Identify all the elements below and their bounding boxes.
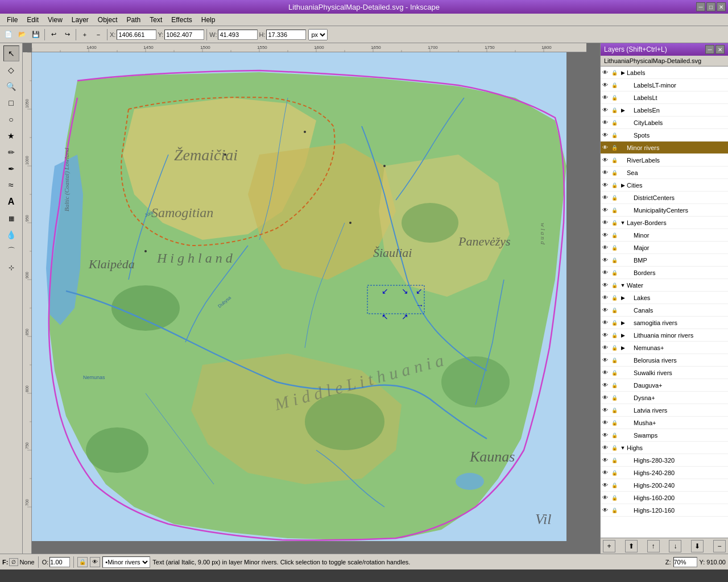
layer-eye-icon[interactable]: 👁 xyxy=(601,418,610,427)
star-tool[interactable]: ★ xyxy=(3,128,19,144)
layer-eye-icon[interactable]: 👁 xyxy=(601,468,610,477)
layer-lock-icon[interactable]: 🔒 xyxy=(610,381,619,390)
layer-expand-icon[interactable] xyxy=(619,94,627,102)
layer-row[interactable]: 👁🔒▶Lithuania minor rivers xyxy=(601,329,728,342)
layer-eye-icon[interactable]: 👁 xyxy=(601,218,610,227)
layer-expand-icon[interactable] xyxy=(619,431,627,439)
layer-eye-icon[interactable]: 👁 xyxy=(601,168,610,177)
layer-expand-icon[interactable]: ▶ xyxy=(619,344,627,352)
layer-expand-icon[interactable] xyxy=(619,81,627,89)
layer-expand-icon[interactable] xyxy=(619,156,627,164)
unit-select[interactable]: px xyxy=(308,29,328,40)
layer-expand-icon[interactable] xyxy=(619,206,627,214)
layer-lock-icon[interactable]: 🔒 xyxy=(610,318,619,327)
selector-tool[interactable]: ↖ xyxy=(3,45,19,61)
layer-expand-icon[interactable]: ▶ xyxy=(619,69,627,77)
calligraphy-tool[interactable]: ≈ xyxy=(3,177,19,193)
lock-icon[interactable]: 🔒 xyxy=(77,557,88,567)
layer-eye-icon[interactable]: 👁 xyxy=(601,293,610,302)
layer-lock-icon[interactable]: 🔒 xyxy=(610,268,619,277)
fill-swatch[interactable]: ∅ xyxy=(9,558,18,566)
layer-row[interactable]: 👁🔒Swamps xyxy=(601,429,728,442)
menu-file[interactable]: File xyxy=(2,15,22,25)
layer-expand-icon[interactable] xyxy=(619,244,627,252)
layer-eye-icon[interactable]: 👁 xyxy=(601,356,610,365)
layer-row[interactable]: 👁🔒MunicipalityCenters xyxy=(601,204,728,217)
layer-expand-icon[interactable] xyxy=(619,406,627,414)
layer-eye-icon[interactable]: 👁 xyxy=(601,393,610,402)
layer-expand-icon[interactable] xyxy=(619,419,627,427)
layer-row[interactable]: 👁🔒BMP xyxy=(601,254,728,267)
layer-lock-icon[interactable]: 🔒 xyxy=(610,306,619,315)
layer-row[interactable]: 👁🔒LabelsLt xyxy=(601,92,728,104)
menu-path[interactable]: Path xyxy=(122,15,146,25)
canvas-area[interactable]: 1400 1450 1500 1550 1600 1650 1700 1750 … xyxy=(23,43,600,554)
connector-tool[interactable]: ⌒ xyxy=(3,243,19,259)
layer-lock-icon[interactable]: 🔒 xyxy=(610,406,619,415)
layer-eye-icon[interactable]: 👁 xyxy=(601,318,610,327)
layer-eye-icon[interactable]: 👁 xyxy=(601,93,610,102)
layer-eye-icon[interactable]: 👁 xyxy=(601,306,610,315)
h-input[interactable] xyxy=(266,30,306,40)
layers-minimize-button[interactable]: ─ xyxy=(705,45,714,54)
layer-expand-icon[interactable] xyxy=(619,194,627,202)
y-input[interactable] xyxy=(164,30,204,40)
layer-expand-icon[interactable] xyxy=(619,144,627,152)
layer-row[interactable]: 👁🔒▼Highs xyxy=(601,442,728,454)
layer-row[interactable]: 👁🔒Highs-200-240 xyxy=(601,479,728,492)
layer-expand-icon[interactable]: ▼ xyxy=(619,219,627,227)
menu-object[interactable]: Object xyxy=(93,15,122,25)
redo-button[interactable]: ↪ xyxy=(61,28,73,41)
menu-layer[interactable]: Layer xyxy=(67,15,93,25)
layer-lock-icon[interactable]: 🔒 xyxy=(610,106,619,115)
lower-layer-button[interactable]: ↓ xyxy=(669,540,681,552)
layer-eye-icon[interactable]: 👁 xyxy=(601,268,610,277)
layer-expand-icon[interactable] xyxy=(619,456,627,464)
layer-expand-icon[interactable] xyxy=(619,306,627,314)
layer-expand-icon[interactable] xyxy=(619,119,627,127)
layer-expand-icon[interactable] xyxy=(619,506,627,514)
new-button[interactable]: 📄 xyxy=(2,28,15,41)
layer-lock-icon[interactable]: 🔒 xyxy=(610,256,619,265)
layer-row[interactable]: 👁🔒▶Nemunas+ xyxy=(601,342,728,354)
pen-tool[interactable]: ✒ xyxy=(3,161,19,177)
layer-lock-icon[interactable]: 🔒 xyxy=(610,93,619,102)
menu-edit[interactable]: Edit xyxy=(22,15,43,25)
layer-eye-icon[interactable]: 👁 xyxy=(601,506,610,515)
pencil-tool[interactable]: ✏ xyxy=(3,144,19,160)
spray-tool[interactable]: ⊹ xyxy=(3,260,19,276)
map-canvas[interactable]: Žemaičiai Samogitian H i g h l a n d Šia… xyxy=(32,52,566,541)
layers-list[interactable]: 👁🔒▶Labels👁🔒LabelsLT-minor👁🔒LabelsLt👁🔒▶La… xyxy=(601,66,728,538)
layer-eye-icon[interactable]: 👁 xyxy=(601,331,610,340)
menu-effects[interactable]: Effects xyxy=(167,15,196,25)
save-button[interactable]: 💾 xyxy=(30,28,42,41)
layer-row[interactable]: 👁🔒Spots xyxy=(601,129,728,142)
w-input[interactable] xyxy=(218,30,258,40)
zoom-out-button[interactable]: − xyxy=(92,28,105,41)
layer-eye-icon[interactable]: 👁 xyxy=(601,281,610,290)
layer-eye-icon[interactable]: 👁 xyxy=(601,493,610,502)
layer-row[interactable]: 👁🔒Musha+ xyxy=(601,417,728,429)
layer-eye-icon[interactable]: 👁 xyxy=(601,443,610,452)
layer-lock-icon[interactable]: 🔒 xyxy=(610,168,619,177)
layer-row[interactable]: 👁🔒Borders xyxy=(601,267,728,279)
menu-view[interactable]: View xyxy=(43,15,67,25)
layer-row[interactable]: 👁🔒Highs-120-160 xyxy=(601,504,728,517)
layer-row[interactable]: 👁🔒Highs-160-200 xyxy=(601,492,728,504)
layer-expand-icon[interactable] xyxy=(619,356,627,364)
layer-expand-icon[interactable] xyxy=(619,256,627,264)
layer-lock-icon[interactable]: 🔒 xyxy=(610,356,619,365)
layer-expand-icon[interactable] xyxy=(619,231,627,239)
lower-to-bottom-button[interactable]: ⬇ xyxy=(691,540,704,552)
layer-expand-icon[interactable]: ▶ xyxy=(619,319,627,327)
layer-lock-icon[interactable]: 🔒 xyxy=(610,481,619,490)
visibility-icon[interactable]: 👁 xyxy=(90,557,100,567)
opacity-input[interactable] xyxy=(49,557,70,567)
layer-row[interactable]: 👁🔒Minor rivers xyxy=(601,142,728,154)
layer-expand-icon[interactable] xyxy=(619,481,627,489)
layer-row[interactable]: 👁🔒▶Lakes xyxy=(601,292,728,304)
layer-eye-icon[interactable]: 👁 xyxy=(601,131,610,140)
layer-row[interactable]: 👁🔒Minor xyxy=(601,229,728,242)
layer-row[interactable]: 👁🔒Highs-240-280 xyxy=(601,467,728,479)
maximize-button[interactable]: □ xyxy=(706,2,715,11)
